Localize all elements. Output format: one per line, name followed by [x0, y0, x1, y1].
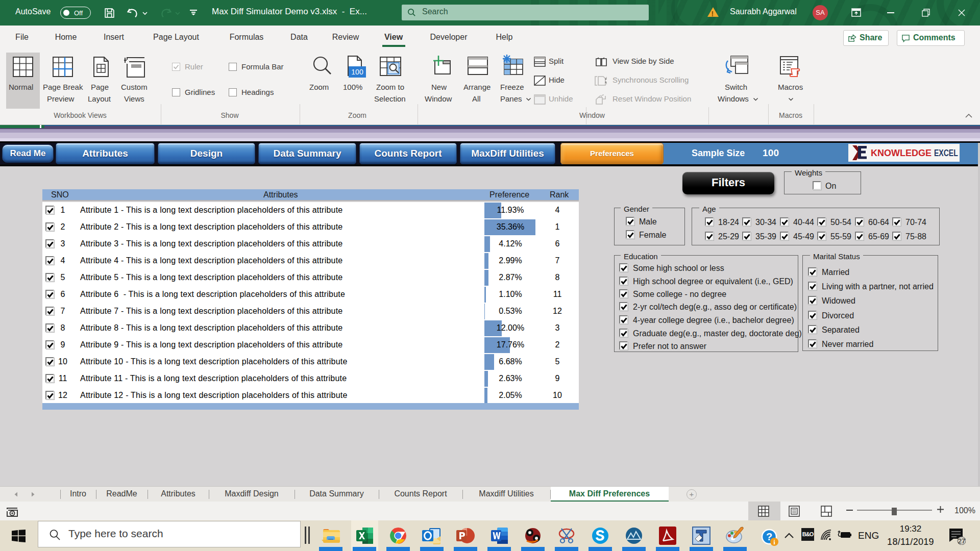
svg-text:27: 27	[958, 537, 965, 545]
svg-text:i: i	[773, 538, 775, 546]
